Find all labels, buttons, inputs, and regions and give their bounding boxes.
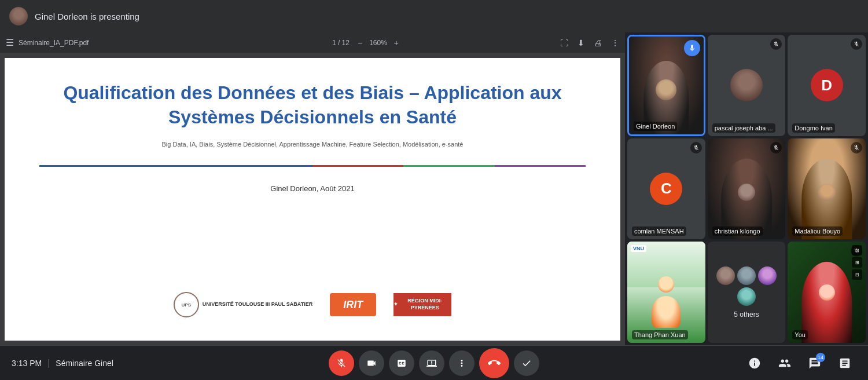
captions-button[interactable] (389, 350, 414, 376)
camera-button[interactable] (359, 350, 384, 376)
slide-author: Ginel Dorleon, Août 2021 (270, 184, 354, 193)
presenting-text: Ginel Dorleon is presenting (35, 12, 139, 21)
minus-icon[interactable]: − (358, 38, 362, 48)
christian-name: christian kilongo (712, 226, 763, 236)
slide-logos: UPS UNIVERSITÉ TOULOUSE III PAUL SABATIE… (174, 292, 451, 317)
slide-content: Qualification des Données et des Biais –… (5, 58, 620, 341)
info-button[interactable] (743, 352, 766, 375)
presenter-avatar-img (9, 7, 28, 25)
vnu-logo: VNU (631, 245, 646, 252)
slide-filename: Séminaire_IA_PDF.pdf (19, 39, 171, 47)
participant-tile-pascal: pascal joseph aba ... (708, 35, 786, 136)
menu-icon[interactable]: ☰ (6, 37, 14, 48)
madaliou-name: Madaliou Bouyo (792, 226, 843, 236)
end-call-button[interactable] (479, 348, 509, 378)
dongmo-name: Dongmo Ivan (792, 123, 834, 133)
thang-video (627, 242, 705, 343)
comlan-name: comlan MENSAH (632, 226, 686, 236)
right-controls: 14 (741, 352, 856, 375)
mute-icon-madaliou (851, 142, 862, 154)
presenter-avatar (9, 7, 28, 25)
thang-name: Thang Phan Xuan (632, 330, 688, 339)
controls (127, 348, 741, 378)
mic-mute-button[interactable] (329, 350, 354, 376)
more-options-icon[interactable]: ⋮ (611, 38, 619, 48)
download-icon[interactable]: ⬇ (578, 38, 584, 48)
activities-button[interactable] (833, 352, 856, 375)
bottom-bar: 3:13 PM | Séminaire Ginel (0, 345, 868, 380)
other-face-2 (737, 266, 756, 285)
meeting-name: Séminaire Ginel (56, 359, 113, 368)
toulouse-text: UNIVERSITÉ TOULOUSE III PAUL SABATIER (203, 301, 312, 308)
time-display: 3:13 PM (12, 359, 42, 368)
more-button[interactable] (449, 350, 475, 376)
fullscreen-icon[interactable]: ⛶ (560, 38, 568, 48)
present-button[interactable] (419, 350, 444, 376)
irit-text: IRIT (343, 299, 363, 311)
dongmo-avatar: D (811, 69, 843, 101)
you-overlay-icons: ⊡ ⊞ ⊟ (852, 245, 862, 280)
others-count-label: 5 others (734, 310, 759, 319)
time-meeting: 3:13 PM | Séminaire Ginel (12, 358, 127, 368)
pascal-avatar (730, 69, 763, 101)
others-faces (708, 266, 786, 306)
mute-icon-christian (770, 142, 782, 154)
ginel-name: Ginel Dorleon (634, 122, 677, 131)
other-face-4 (737, 287, 756, 306)
region-text: RÉGION MIDI-PYRÉNÉES (398, 298, 451, 311)
participant-tile-christian: christian kilongo (708, 138, 786, 240)
slide-toolbar: ☰ Séminaire_IA_PDF.pdf 1 / 12 − 160% + ⛶… (0, 32, 625, 53)
pascal-name: pascal joseph aba ... (712, 123, 775, 133)
people-button[interactable] (773, 352, 796, 375)
chat-button[interactable]: 14 (803, 352, 826, 375)
chat-badge: 14 (816, 353, 825, 362)
mute-icon-comlan (690, 142, 702, 154)
other-face-3 (758, 266, 777, 285)
participant-tile-thang: VNU Thang Phan Xuan (627, 242, 705, 343)
slide-title: Qualification des Données et des Biais –… (39, 81, 586, 129)
toulouse-logo: UPS UNIVERSITÉ TOULOUSE III PAUL SABATIE… (174, 292, 312, 317)
participant-tile-madaliou: Madaliou Bouyo (788, 138, 866, 240)
mute-icon-dongmo (851, 38, 862, 50)
separator: | (47, 358, 50, 368)
participant-tile-you: ⊡ ⊞ ⊟ You (788, 242, 866, 343)
region-logo: ✦ RÉGION MIDI-PYRÉNÉES (393, 293, 451, 316)
slide-zoom: 160% (369, 39, 387, 47)
main-area: ☰ Séminaire_IA_PDF.pdf 1 / 12 − 160% + ⛶… (0, 32, 868, 345)
checkmark-button[interactable] (514, 350, 539, 376)
participant-tile-dongmo: D Dongmo Ivan (788, 35, 866, 136)
top-bar: Ginel Dorleon is presenting (0, 0, 868, 32)
comlan-avatar: C (650, 173, 682, 205)
madaliou-video (788, 138, 866, 240)
irit-logo: IRIT (330, 293, 376, 316)
slide-divider (39, 165, 586, 167)
you-name: You (792, 330, 808, 339)
christian-video (708, 138, 786, 240)
slide-area: ☰ Séminaire_IA_PDF.pdf 1 / 12 − 160% + ⛶… (0, 32, 625, 345)
speaking-icon (684, 40, 700, 56)
participant-tile-others[interactable]: 5 others (708, 242, 786, 343)
mute-icon-pascal (770, 38, 782, 50)
slide-subtitle: Big Data, IA, Biais, Système Décisionnel… (162, 141, 464, 148)
other-face-1 (716, 266, 735, 285)
plus-icon[interactable]: + (394, 38, 399, 48)
participants-grid: Ginel Dorleon pascal joseph aba ... D Do… (625, 32, 868, 345)
slide-page-info: 1 / 12 (332, 39, 350, 47)
print-icon[interactable]: 🖨 (594, 38, 602, 48)
participant-tile-comlan: C comlan MENSAH (627, 138, 705, 240)
participant-tile-ginel: Ginel Dorleon (627, 35, 705, 136)
